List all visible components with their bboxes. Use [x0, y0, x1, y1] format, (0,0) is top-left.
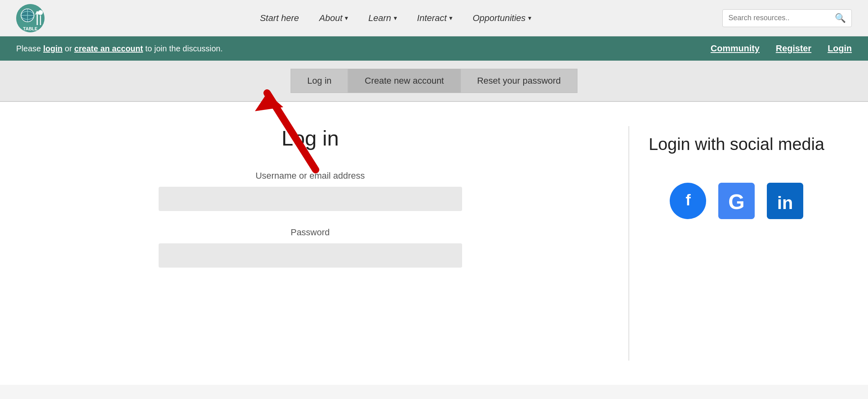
social-icons-container: f G in [670, 183, 803, 219]
nav-learn[interactable]: Learn ▾ [368, 13, 397, 23]
learn-chevron-icon: ▾ [394, 14, 397, 22]
tab-create-account[interactable]: Create new account [348, 69, 461, 93]
login-form: Username or email address Password [159, 171, 462, 284]
nav-interact[interactable]: Interact ▾ [417, 13, 452, 23]
community-link[interactable]: Community [711, 43, 760, 54]
secondary-right-links: Community Register Login [711, 43, 852, 54]
search-button[interactable]: 🔍 [835, 13, 846, 23]
opportunities-chevron-icon: ▾ [528, 14, 531, 22]
search-area: 🔍 [722, 9, 852, 27]
svg-point-10 [38, 10, 43, 15]
about-chevron-icon: ▾ [345, 14, 348, 22]
tab-bar: Log in Create new account Reset your pas… [0, 61, 868, 102]
svg-text:f: f [685, 192, 691, 209]
logo-svg: TABLE [16, 4, 45, 32]
username-input[interactable] [159, 187, 462, 211]
svg-text:in: in [777, 193, 793, 213]
tab-login[interactable]: Log in [291, 69, 348, 93]
search-input[interactable] [728, 14, 835, 22]
secondary-message: Please login or create an account to joi… [16, 44, 223, 53]
register-link[interactable]: Register [776, 43, 811, 54]
login-link[interactable]: login [43, 44, 63, 53]
login-nav-link[interactable]: Login [828, 43, 852, 54]
password-label: Password [159, 227, 462, 238]
username-label: Username or email address [159, 171, 462, 181]
nav-links: Start here About ▾ Learn ▾ Interact ▾ Op… [69, 13, 722, 23]
secondary-bar: Please login or create an account to joi… [0, 36, 868, 61]
section-divider [628, 126, 629, 361]
interact-chevron-icon: ▾ [449, 14, 452, 22]
facebook-login-button[interactable]: f [670, 183, 706, 219]
nav-opportunities[interactable]: Opportunities ▾ [473, 13, 531, 23]
linkedin-icon: in [767, 183, 803, 219]
nav-about[interactable]: About ▾ [319, 13, 348, 23]
svg-text:TABLE: TABLE [23, 26, 38, 31]
main-content: Log in Username or email address Passwor… [0, 102, 868, 385]
linkedin-login-button[interactable]: in [767, 183, 803, 219]
svg-text:G: G [728, 190, 745, 213]
facebook-icon: f [677, 190, 699, 212]
google-login-button[interactable]: G [718, 183, 755, 219]
top-navigation: TABLE Start here About ▾ Learn ▾ Interac… [0, 0, 868, 36]
social-login-section: Login with social media f G [645, 126, 828, 361]
tab-reset-password[interactable]: Reset your password [461, 69, 577, 93]
google-icon: G [718, 183, 755, 219]
logo[interactable]: TABLE [16, 4, 45, 32]
nav-start-here[interactable]: Start here [260, 13, 299, 23]
login-title: Log in [282, 126, 339, 150]
social-login-title: Login with social media [649, 134, 824, 154]
create-account-link[interactable]: create an account [74, 44, 143, 53]
login-section: Log in Username or email address Passwor… [40, 126, 612, 361]
password-input[interactable] [159, 243, 462, 268]
logo-circle: TABLE [16, 4, 45, 32]
